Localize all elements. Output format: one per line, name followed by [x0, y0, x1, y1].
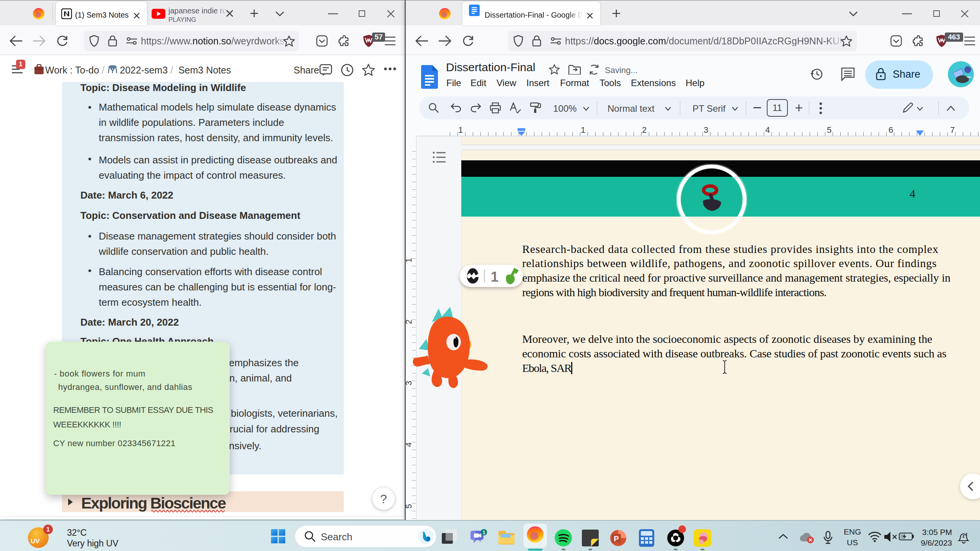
svg-text:z: z — [962, 533, 965, 539]
svg-text:z: z — [966, 532, 968, 536]
svg-text:P: P — [614, 535, 619, 543]
svg-text:1: 1 — [482, 530, 485, 535]
